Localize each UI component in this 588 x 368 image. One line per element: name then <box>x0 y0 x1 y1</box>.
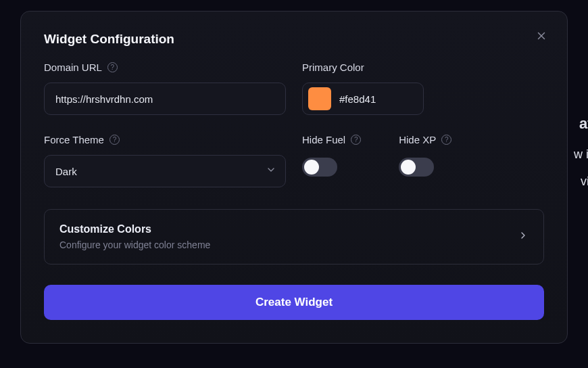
primary-color-picker[interactable]: #fe8d41 <box>302 83 424 115</box>
hide-xp-toggle[interactable] <box>399 158 434 177</box>
modal-title: Widget Configuration <box>44 32 544 47</box>
hide-xp-field: Hide XP ? <box>399 134 451 187</box>
hide-fuel-label: Hide Fuel <box>302 134 345 145</box>
background-text: visit <box>581 175 588 189</box>
domain-url-input[interactable] <box>44 83 286 115</box>
visibility-toggles: Hide Fuel ? Hide XP ? <box>302 134 544 187</box>
customize-subtitle: Configure your widget color scheme <box>59 239 210 250</box>
hide-fuel-toggle[interactable] <box>302 158 337 177</box>
customize-title: Customize Colors <box>59 223 210 235</box>
toggle-knob <box>401 160 416 175</box>
hide-fuel-field: Hide Fuel ? <box>302 134 361 187</box>
help-icon[interactable]: ? <box>109 135 120 145</box>
domain-url-label: Domain URL <box>44 62 102 73</box>
widget-config-modal: Widget Configuration Domain URL ? Primar… <box>20 11 568 344</box>
create-widget-button[interactable]: Create Widget <box>44 285 544 320</box>
force-theme-label: Force Theme <box>44 134 104 145</box>
primary-color-label: Primary Color <box>302 62 364 73</box>
color-swatch <box>308 87 331 110</box>
force-theme-field: Force Theme ? Dark <box>44 134 286 187</box>
force-theme-value: Dark <box>55 166 77 177</box>
background-text: at t <box>579 115 588 133</box>
color-hex-value: #fe8d41 <box>339 93 376 105</box>
chevron-right-icon <box>518 230 529 244</box>
force-theme-select[interactable]: Dark <box>44 155 286 187</box>
close-button[interactable] <box>532 26 551 45</box>
customize-colors-row[interactable]: Customize Colors Configure your widget c… <box>44 209 544 264</box>
customize-text: Customize Colors Configure your widget c… <box>59 223 210 250</box>
close-icon <box>535 30 547 42</box>
primary-color-field: Primary Color #fe8d41 <box>302 62 544 115</box>
help-icon[interactable]: ? <box>107 62 118 72</box>
toggle-knob <box>304 160 319 175</box>
domain-url-field: Domain URL ? <box>44 62 286 115</box>
hide-xp-label: Hide XP <box>399 134 436 145</box>
help-icon[interactable]: ? <box>441 135 451 145</box>
background-text: w it v <box>574 147 588 162</box>
help-icon[interactable]: ? <box>351 135 361 145</box>
